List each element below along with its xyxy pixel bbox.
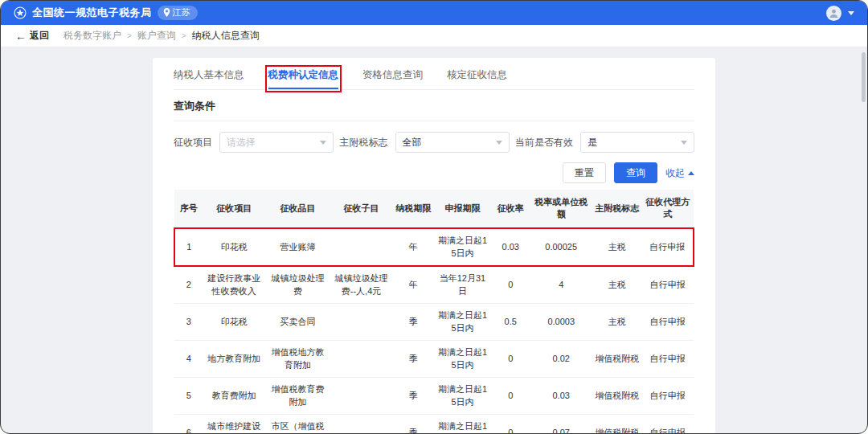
table-cell: 自行申报	[641, 377, 694, 414]
table-cell: 期满之日起15日内	[434, 303, 491, 340]
table-cell: 增值税附税	[592, 414, 641, 433]
table-cell: 季	[392, 340, 434, 377]
query-section-title: 查询条件	[174, 90, 694, 121]
table-cell: 4	[530, 266, 592, 304]
main-content: 纳税人基本信息税费种认定信息资格信息查询核定征收信息 查询条件 征收项目请选择主…	[1, 47, 867, 433]
column-header: 申报期限	[434, 190, 491, 228]
table-cell: 期满之日起15日内	[434, 377, 491, 414]
collapse-toggle[interactable]: 收起	[665, 166, 694, 180]
filter-main-additional-tax-flag: 主附税标志全部	[340, 132, 510, 153]
select-currently-valid[interactable]: 是	[580, 132, 694, 153]
header-right	[826, 6, 854, 21]
table-cell: 增值税附税	[592, 340, 641, 377]
table-cell: 0.02	[530, 340, 592, 377]
table-cell: 3	[174, 303, 203, 340]
table-row: 1印花税营业账簿年期满之日起15日内0.030.00025主税自行申报	[174, 228, 694, 266]
column-header: 税率或单位税额	[530, 190, 592, 228]
filter-label-collection-item: 征收项目	[174, 136, 212, 149]
table-cell: 0.0003	[530, 303, 592, 340]
table-cell: 0	[491, 266, 530, 304]
tab-tax-type-determination[interactable]: 税费种认定信息	[268, 68, 339, 89]
table-cell: 买卖合同	[265, 303, 330, 340]
table-cell: 年	[392, 266, 434, 304]
tab-qualification-info[interactable]: 资格信息查询	[362, 68, 423, 89]
table-cell: 地方教育附加	[203, 340, 266, 377]
scrollbar-thumb[interactable]	[862, 52, 866, 102]
search-button[interactable]: 查询	[614, 162, 657, 183]
chevron-down-icon	[320, 141, 326, 145]
table-cell: 城镇垃圾处理费	[265, 266, 330, 304]
breadcrumb-item-3: 纳税人信息查询	[192, 29, 260, 43]
select-value-main-additional-tax-flag: 全部	[403, 136, 422, 149]
table-cell: 印花税	[203, 303, 266, 340]
breadcrumb-separator: >	[182, 31, 186, 40]
breadcrumb-item-1[interactable]: 税务数字账户	[63, 29, 121, 43]
user-avatar[interactable]	[826, 6, 841, 21]
table-cell: 期满之日起15日内	[434, 414, 491, 433]
column-header: 征收项目	[203, 190, 266, 228]
table-cell: 2	[174, 266, 203, 304]
filter-row: 征收项目请选择主附税标志全部当前是否有效是	[174, 121, 694, 153]
column-header: 序号	[174, 190, 203, 228]
table-cell: 0.00025	[530, 228, 592, 266]
column-header: 征收品目	[265, 190, 330, 228]
table-cell	[330, 340, 393, 377]
table-cell	[330, 377, 393, 414]
table-cell: 季	[392, 303, 434, 340]
tax-bureau-emblem-icon	[14, 6, 27, 19]
breadcrumb-bar: ← 返回 税务数字账户>账户查询>纳税人信息查询	[1, 25, 867, 47]
select-collection-item[interactable]: 请选择	[219, 132, 334, 153]
table-row: 2建设行政事业性收费收入城镇垃圾处理费城镇垃圾处理费--人,4元年当年12月31…	[174, 266, 694, 304]
region-badge[interactable]: 江苏	[158, 6, 198, 20]
table-cell: 教育费附加	[203, 377, 266, 414]
table-cell: 6	[174, 414, 203, 433]
table-body: 1印花税营业账簿年期满之日起15日内0.030.00025主税自行申报2建设行政…	[174, 228, 694, 433]
table-cell: 自行申报	[641, 228, 694, 266]
table-cell: 4	[174, 340, 203, 377]
table-row: 4地方教育附加增值税地方教育附加季期满之日起15日内00.02增值税附税自行申报	[174, 340, 694, 377]
table-cell: 市区（增值税附征）	[265, 414, 330, 433]
table-cell: 季	[392, 377, 434, 414]
back-button[interactable]: ← 返回	[15, 29, 49, 43]
table-row: 3印花税买卖合同季期满之日起15日内0.50.0003主税自行申报	[174, 303, 694, 340]
action-bar: 重置 查询 收起	[174, 153, 694, 190]
table-cell: 0.07	[530, 414, 592, 433]
table-cell: 自行申报	[641, 414, 694, 433]
table-row: 5教育费附加增值税教育费附加季期满之日起15日内00.03增值税附税自行申报	[174, 377, 694, 414]
tab-assessed-collection-info[interactable]: 核定征收信息	[447, 68, 507, 89]
table-cell: 当年12月31日	[434, 266, 491, 304]
table-cell: 0	[491, 414, 530, 433]
table-cell	[330, 414, 393, 433]
app-title: 全国统一规范电子税务局	[32, 6, 152, 20]
table-cell: 自行申报	[641, 340, 694, 377]
filter-label-currently-valid: 当前是否有效	[515, 136, 573, 149]
table-cell: 建设行政事业性收费收入	[203, 266, 266, 304]
tab-taxpayer-basic-info[interactable]: 纳税人基本信息	[174, 68, 244, 89]
table-cell: 0.03	[530, 377, 592, 414]
table-cell: 主税	[592, 228, 641, 266]
select-main-additional-tax-flag[interactable]: 全部	[395, 132, 510, 153]
table-cell: 0.5	[491, 303, 530, 340]
tabs: 纳税人基本信息税费种认定信息资格信息查询核定征收信息	[174, 58, 694, 90]
filter-label-main-additional-tax-flag: 主附税标志	[340, 136, 388, 149]
table-cell: 0.03	[491, 228, 530, 266]
table-cell: 城市维护建设税	[203, 414, 266, 433]
column-header: 主附税标志	[592, 190, 641, 228]
table-cell: 自行申报	[641, 303, 694, 340]
reset-button[interactable]: 重置	[563, 162, 606, 183]
column-header: 征收率	[491, 190, 530, 228]
person-icon	[829, 8, 839, 18]
table-cell: 增值税地方教育附加	[265, 340, 330, 377]
table-cell: 营业账簿	[265, 228, 330, 266]
breadcrumb: 税务数字账户>账户查询>纳税人信息查询	[63, 29, 260, 43]
table-cell: 5	[174, 377, 203, 414]
back-arrow-icon: ←	[15, 31, 27, 42]
table-cell: 主税	[592, 266, 641, 304]
table-cell: 年	[392, 228, 434, 266]
column-header: 纳税期限	[392, 190, 434, 228]
app-header: 全国统一规范电子税务局 江苏	[1, 1, 867, 25]
breadcrumb-item-2[interactable]: 账户查询	[137, 29, 176, 43]
chevron-down-icon[interactable]	[848, 11, 854, 15]
table-header-row: 序号征收项目征收品目征收子目纳税期限申报期限征收率税率或单位税额主附税标志征收代…	[174, 190, 694, 228]
table-cell: 期满之日起15日内	[434, 228, 491, 266]
